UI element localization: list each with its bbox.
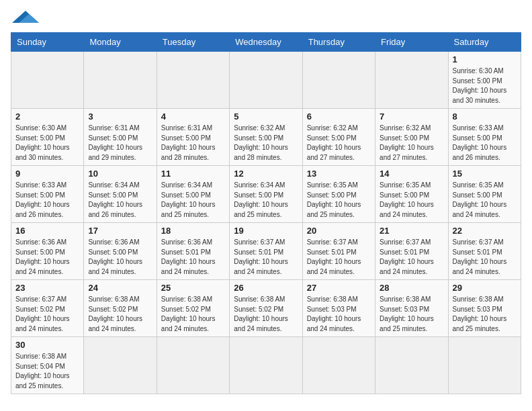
day-number: 3 bbox=[88, 111, 152, 122]
day-number: 29 bbox=[453, 283, 517, 293]
calendar-cell: 19Sunrise: 6:37 AMSunset: 5:01 PMDayligh… bbox=[230, 223, 302, 280]
calendar-cell: 14Sunrise: 6:35 AMSunset: 5:00 PMDayligh… bbox=[375, 166, 448, 223]
day-number: 12 bbox=[234, 169, 298, 179]
day-info: Sunrise: 6:37 AMSunset: 5:01 PMDaylight:… bbox=[307, 238, 371, 277]
day-number: 16 bbox=[15, 226, 79, 236]
logo-icon bbox=[12, 11, 39, 23]
day-number: 25 bbox=[161, 283, 225, 293]
day-info: Sunrise: 6:34 AMSunset: 5:00 PMDaylight:… bbox=[161, 181, 225, 220]
day-number: 23 bbox=[15, 283, 79, 293]
day-info: Sunrise: 6:31 AMSunset: 5:00 PMDaylight:… bbox=[88, 124, 152, 163]
day-number: 13 bbox=[307, 169, 371, 179]
calendar-cell: 13Sunrise: 6:35 AMSunset: 5:00 PMDayligh… bbox=[302, 166, 375, 223]
weekday-header-monday: Monday bbox=[84, 33, 157, 52]
weekday-header-saturday: Saturday bbox=[448, 33, 521, 52]
calendar-cell: 15Sunrise: 6:35 AMSunset: 5:00 PMDayligh… bbox=[448, 166, 521, 223]
day-info: Sunrise: 6:37 AMSunset: 5:01 PMDaylight:… bbox=[453, 238, 517, 277]
calendar-cell: 23Sunrise: 6:37 AMSunset: 5:02 PMDayligh… bbox=[11, 280, 84, 337]
day-number: 19 bbox=[234, 226, 298, 236]
day-number: 6 bbox=[307, 111, 371, 122]
day-number: 21 bbox=[380, 226, 443, 236]
day-info: Sunrise: 6:30 AMSunset: 5:00 PMDaylight:… bbox=[453, 66, 517, 105]
weekday-header-friday: Friday bbox=[375, 33, 448, 52]
page-header bbox=[11, 11, 521, 26]
calendar-cell bbox=[230, 52, 302, 109]
week-row-1: 1Sunrise: 6:30 AMSunset: 5:00 PMDaylight… bbox=[11, 52, 521, 109]
day-number: 26 bbox=[234, 283, 298, 293]
calendar-cell: 26Sunrise: 6:38 AMSunset: 5:02 PMDayligh… bbox=[230, 280, 302, 337]
day-number: 17 bbox=[88, 226, 152, 236]
calendar-cell bbox=[84, 337, 157, 394]
day-number: 24 bbox=[88, 283, 152, 293]
calendar-cell: 27Sunrise: 6:38 AMSunset: 5:03 PMDayligh… bbox=[302, 280, 375, 337]
week-row-4: 16Sunrise: 6:36 AMSunset: 5:00 PMDayligh… bbox=[11, 223, 521, 280]
day-info: Sunrise: 6:37 AMSunset: 5:02 PMDaylight:… bbox=[15, 295, 79, 334]
day-info: Sunrise: 6:38 AMSunset: 5:03 PMDaylight:… bbox=[380, 295, 443, 334]
calendar-cell: 2Sunrise: 6:30 AMSunset: 5:00 PMDaylight… bbox=[11, 109, 84, 166]
calendar-cell bbox=[84, 52, 157, 109]
day-number: 7 bbox=[380, 111, 443, 122]
day-number: 5 bbox=[234, 111, 298, 122]
day-info: Sunrise: 6:38 AMSunset: 5:02 PMDaylight:… bbox=[88, 295, 152, 334]
day-info: Sunrise: 6:32 AMSunset: 5:00 PMDaylight:… bbox=[307, 124, 371, 163]
calendar-cell bbox=[448, 337, 521, 394]
calendar-cell: 17Sunrise: 6:36 AMSunset: 5:00 PMDayligh… bbox=[84, 223, 157, 280]
weekday-header-tuesday: Tuesday bbox=[157, 33, 229, 52]
day-number: 22 bbox=[453, 226, 517, 236]
day-info: Sunrise: 6:35 AMSunset: 5:00 PMDaylight:… bbox=[380, 181, 443, 220]
day-number: 14 bbox=[380, 169, 443, 179]
day-info: Sunrise: 6:35 AMSunset: 5:00 PMDaylight:… bbox=[307, 181, 371, 220]
calendar-cell: 1Sunrise: 6:30 AMSunset: 5:00 PMDaylight… bbox=[448, 52, 521, 109]
calendar-cell: 11Sunrise: 6:34 AMSunset: 5:00 PMDayligh… bbox=[157, 166, 229, 223]
calendar-cell: 21Sunrise: 6:37 AMSunset: 5:01 PMDayligh… bbox=[375, 223, 448, 280]
calendar-cell bbox=[230, 337, 302, 394]
calendar-cell: 3Sunrise: 6:31 AMSunset: 5:00 PMDaylight… bbox=[84, 109, 157, 166]
weekday-header-sunday: Sunday bbox=[11, 33, 84, 52]
week-row-3: 9Sunrise: 6:33 AMSunset: 5:00 PMDaylight… bbox=[11, 166, 521, 223]
day-number: 10 bbox=[88, 169, 152, 179]
calendar-cell bbox=[375, 52, 448, 109]
week-row-6: 30Sunrise: 6:38 AMSunset: 5:04 PMDayligh… bbox=[11, 337, 521, 394]
week-row-2: 2Sunrise: 6:30 AMSunset: 5:00 PMDaylight… bbox=[11, 109, 521, 166]
day-number: 11 bbox=[161, 169, 225, 179]
calendar-cell: 6Sunrise: 6:32 AMSunset: 5:00 PMDaylight… bbox=[302, 109, 375, 166]
day-number: 27 bbox=[307, 283, 371, 293]
day-info: Sunrise: 6:30 AMSunset: 5:00 PMDaylight:… bbox=[15, 124, 79, 163]
day-number: 4 bbox=[161, 111, 225, 122]
day-info: Sunrise: 6:38 AMSunset: 5:03 PMDaylight:… bbox=[307, 295, 371, 334]
day-number: 20 bbox=[307, 226, 371, 236]
day-info: Sunrise: 6:34 AMSunset: 5:00 PMDaylight:… bbox=[88, 181, 152, 220]
calendar-cell bbox=[302, 52, 375, 109]
day-info: Sunrise: 6:36 AMSunset: 5:00 PMDaylight:… bbox=[15, 238, 79, 277]
day-info: Sunrise: 6:35 AMSunset: 5:00 PMDaylight:… bbox=[453, 181, 517, 220]
calendar-cell: 30Sunrise: 6:38 AMSunset: 5:04 PMDayligh… bbox=[11, 337, 84, 394]
day-number: 15 bbox=[453, 169, 517, 179]
calendar-cell: 8Sunrise: 6:33 AMSunset: 5:00 PMDaylight… bbox=[448, 109, 521, 166]
day-number: 2 bbox=[15, 111, 79, 122]
day-number: 8 bbox=[453, 111, 517, 122]
day-info: Sunrise: 6:37 AMSunset: 5:01 PMDaylight:… bbox=[234, 238, 298, 277]
day-info: Sunrise: 6:31 AMSunset: 5:00 PMDaylight:… bbox=[161, 124, 225, 163]
day-number: 9 bbox=[15, 169, 79, 179]
day-info: Sunrise: 6:38 AMSunset: 5:02 PMDaylight:… bbox=[234, 295, 298, 334]
day-info: Sunrise: 6:38 AMSunset: 5:04 PMDaylight:… bbox=[15, 352, 79, 391]
day-info: Sunrise: 6:33 AMSunset: 5:00 PMDaylight:… bbox=[453, 124, 517, 163]
calendar-cell: 4Sunrise: 6:31 AMSunset: 5:00 PMDaylight… bbox=[157, 109, 229, 166]
calendar-cell: 5Sunrise: 6:32 AMSunset: 5:00 PMDaylight… bbox=[230, 109, 302, 166]
calendar-cell: 16Sunrise: 6:36 AMSunset: 5:00 PMDayligh… bbox=[11, 223, 84, 280]
logo bbox=[11, 11, 39, 26]
day-info: Sunrise: 6:36 AMSunset: 5:00 PMDaylight:… bbox=[88, 238, 152, 277]
day-number: 28 bbox=[380, 283, 443, 293]
day-info: Sunrise: 6:32 AMSunset: 5:00 PMDaylight:… bbox=[380, 124, 443, 163]
day-info: Sunrise: 6:33 AMSunset: 5:00 PMDaylight:… bbox=[15, 181, 79, 220]
week-row-5: 23Sunrise: 6:37 AMSunset: 5:02 PMDayligh… bbox=[11, 280, 521, 337]
day-number: 1 bbox=[453, 54, 517, 64]
day-number: 30 bbox=[15, 340, 79, 350]
day-info: Sunrise: 6:36 AMSunset: 5:01 PMDaylight:… bbox=[161, 238, 225, 277]
calendar-cell: 25Sunrise: 6:38 AMSunset: 5:02 PMDayligh… bbox=[157, 280, 229, 337]
calendar-table: SundayMondayTuesdayWednesdayThursdayFrid… bbox=[11, 32, 521, 394]
calendar-cell bbox=[375, 337, 448, 394]
calendar-cell: 12Sunrise: 6:34 AMSunset: 5:00 PMDayligh… bbox=[230, 166, 302, 223]
calendar-cell: 20Sunrise: 6:37 AMSunset: 5:01 PMDayligh… bbox=[302, 223, 375, 280]
calendar-cell: 10Sunrise: 6:34 AMSunset: 5:00 PMDayligh… bbox=[84, 166, 157, 223]
